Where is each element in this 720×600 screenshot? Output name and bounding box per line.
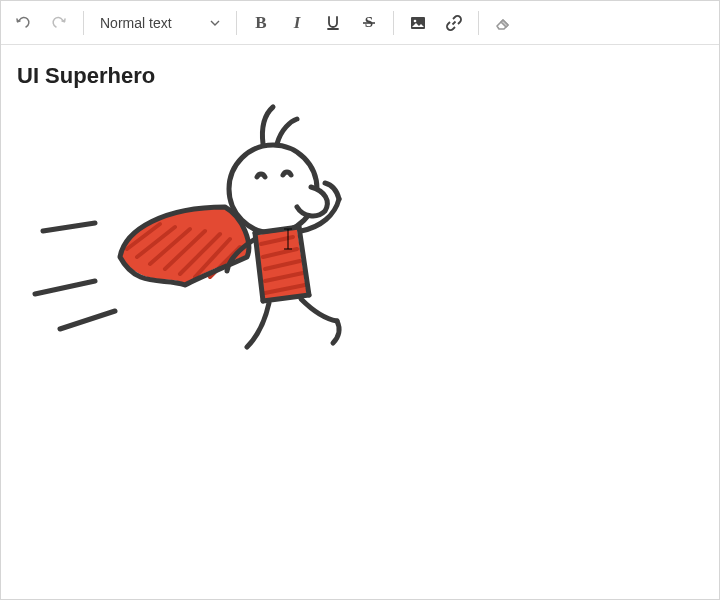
redo-button[interactable] — [41, 5, 77, 41]
svg-point-4 — [414, 19, 417, 22]
bold-button[interactable]: B — [243, 5, 279, 41]
link-icon — [445, 14, 463, 32]
underline-icon — [324, 14, 342, 32]
text-style-label: Normal text — [100, 15, 172, 31]
page-title[interactable]: UI Superhero — [17, 63, 705, 89]
undo-button[interactable] — [5, 5, 41, 41]
svg-rect-3 — [411, 17, 425, 29]
strikethrough-button[interactable]: S — [351, 5, 387, 41]
image-icon — [409, 14, 427, 32]
toolbar-separator — [478, 11, 479, 35]
clear-formatting-button[interactable] — [485, 5, 521, 41]
toolbar-separator — [236, 11, 237, 35]
editor-container: Normal text B I S — [0, 0, 720, 600]
italic-button[interactable]: I — [279, 5, 315, 41]
bold-icon: B — [255, 13, 266, 33]
insert-link-button[interactable] — [436, 5, 472, 41]
svg-line-7 — [60, 311, 115, 329]
undo-icon — [15, 15, 31, 31]
toolbar-separator — [83, 11, 84, 35]
editor-content[interactable]: UI Superhero — [1, 45, 719, 599]
insert-image-button[interactable] — [400, 5, 436, 41]
chevron-down-icon — [210, 18, 220, 28]
redo-icon — [51, 15, 67, 31]
strikethrough-icon: S — [360, 14, 378, 32]
svg-point-8 — [229, 145, 317, 233]
underline-button[interactable] — [315, 5, 351, 41]
svg-line-5 — [43, 223, 95, 231]
italic-icon: I — [294, 13, 301, 33]
svg-text:S: S — [365, 14, 373, 30]
toolbar: Normal text B I S — [1, 1, 719, 45]
inline-image[interactable] — [25, 99, 705, 369]
text-style-select[interactable]: Normal text — [90, 7, 230, 39]
eraser-icon — [494, 14, 512, 32]
svg-line-6 — [35, 281, 95, 294]
toolbar-separator — [393, 11, 394, 35]
